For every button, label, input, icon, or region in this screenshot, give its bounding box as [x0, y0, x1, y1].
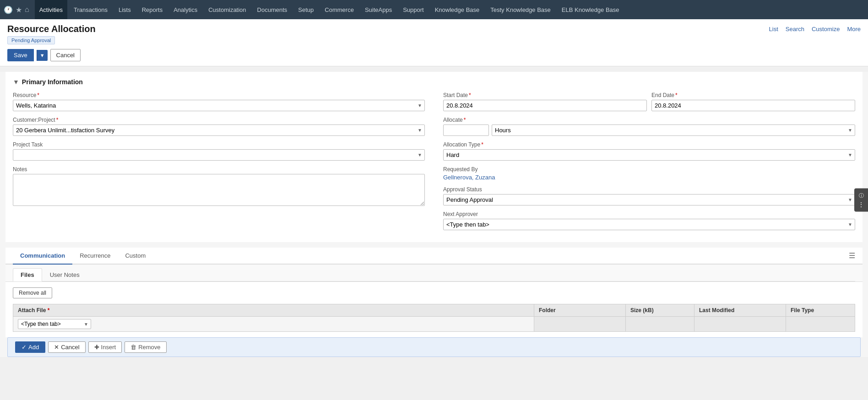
project-task-select[interactable]	[13, 149, 425, 161]
allocation-type-select[interactable]: Hard Soft	[443, 149, 855, 161]
tabs-bar: Communication Recurrence Custom ☰	[5, 248, 863, 265]
nav-item-suiteapps[interactable]: SuiteApps	[360, 0, 396, 19]
last-modified-cell	[694, 317, 786, 331]
approval-status-label: Approval Status	[443, 186, 855, 193]
remove-icon: 🗑	[130, 344, 136, 351]
add-button[interactable]: ✓ Add	[15, 341, 45, 353]
info-sidebar-button[interactable]: ⓘ ⋮	[854, 189, 868, 212]
cancel-button[interactable]: Cancel	[50, 49, 81, 61]
nav-item-support[interactable]: Support	[398, 0, 429, 19]
history-icon[interactable]: 🕐	[4, 5, 13, 14]
end-date-field: End Date*	[651, 92, 855, 111]
nav-icon-group: 🕐 ★ ⌂	[4, 5, 29, 14]
nav-item-commerce[interactable]: Commerce	[320, 0, 358, 19]
nav-item-activities[interactable]: Activities	[35, 0, 67, 19]
customer-project-label: Customer:Project*	[13, 117, 425, 123]
allocate-label: Allocate*	[443, 117, 855, 123]
more-link[interactable]: More	[847, 26, 861, 32]
search-link[interactable]: Search	[786, 26, 804, 32]
tab-recurrence[interactable]: Recurrence	[72, 248, 118, 265]
table-row: <Type then tab> ▼	[13, 317, 855, 332]
page-toolbar: Save ▼ Cancel	[7, 44, 861, 66]
sub-tab-files[interactable]: Files	[13, 268, 42, 281]
notes-label: Notes	[13, 166, 425, 173]
nav-item-analytics[interactable]: Analytics	[169, 0, 202, 19]
end-date-input[interactable]	[651, 100, 855, 111]
tab-menu-icon[interactable]: ☰	[849, 251, 855, 260]
attach-file-cell: <Type then tab> ▼	[13, 317, 534, 331]
files-content: Remove all Attach File * Folder Size (kB…	[5, 282, 863, 337]
nav-item-knowledge-base[interactable]: Knowledge Base	[430, 0, 484, 19]
bottom-action-bar: ✓ Add ✕ Cancel ✚ Insert 🗑 Remove	[7, 337, 861, 357]
end-date-label: End Date*	[651, 92, 855, 98]
allocation-type-field: Allocation Type* Hard Soft ▼	[443, 141, 855, 161]
column-folder: Folder	[534, 304, 626, 316]
cancel-x-icon: ✕	[54, 344, 59, 351]
top-navigation: 🕐 ★ ⌂ Activities Transactions Lists Repo…	[0, 0, 868, 19]
customer-project-select[interactable]: 20 Gerbera Unlimit...tisfaction Survey	[13, 124, 425, 136]
nav-item-setup[interactable]: Setup	[293, 0, 318, 19]
sub-tab-user-notes[interactable]: User Notes	[42, 268, 87, 281]
next-approver-select[interactable]: <Type then tab>	[443, 219, 855, 230]
customer-project-field: Customer:Project* 20 Gerbera Unlimit...t…	[13, 117, 425, 136]
start-date-label: Start Date*	[443, 92, 647, 98]
column-attach-file: Attach File *	[13, 304, 534, 316]
column-file-type: File Type	[786, 304, 855, 316]
save-button[interactable]: Save	[7, 49, 34, 61]
allocate-unit-select[interactable]: Hours Days %	[492, 124, 855, 136]
star-icon[interactable]: ★	[16, 5, 22, 14]
approval-status-select[interactable]: Pending Approval Approved Rejected	[443, 194, 855, 205]
list-link[interactable]: List	[769, 26, 778, 32]
tabs-section: Communication Recurrence Custom ☰ Files …	[5, 248, 863, 337]
files-table-header: Attach File * Folder Size (kB) Last Modi…	[13, 304, 855, 317]
notes-field: Notes	[13, 166, 425, 207]
project-task-label: Project Task	[13, 141, 425, 148]
cancel-row-button[interactable]: ✕ Cancel	[48, 341, 85, 353]
form-right: Start Date* End Date* Allocate*	[443, 92, 855, 236]
requested-by-value[interactable]: Gellnerova, Zuzana	[443, 174, 855, 181]
primary-info-section: ▼ Primary Information Resource* Wells, K…	[5, 72, 863, 242]
numpad-icon: ⋮	[858, 201, 864, 208]
customize-link[interactable]: Customize	[812, 26, 840, 32]
folder-cell	[534, 317, 626, 331]
tab-custom[interactable]: Custom	[118, 248, 153, 265]
nav-item-elb-knowledge-base[interactable]: ELB Knowledge Base	[557, 0, 624, 19]
remove-row-button[interactable]: 🗑 Remove	[125, 341, 166, 353]
start-date-field: Start Date*	[443, 92, 647, 111]
approval-status-field: Approval Status Pending Approval Approve…	[443, 186, 855, 205]
insert-button[interactable]: ✚ Insert	[88, 341, 122, 353]
status-badge: Pending Approval	[7, 36, 55, 44]
nav-item-testy-knowledge-base[interactable]: Testy Knowledge Base	[486, 0, 555, 19]
nav-item-transactions[interactable]: Transactions	[69, 0, 112, 19]
save-dropdown-button[interactable]: ▼	[37, 50, 48, 61]
start-date-input[interactable]	[443, 100, 647, 111]
form-left: Resource* Wells, Katarina ▼ Customer:Pro…	[13, 92, 425, 236]
home-icon[interactable]: ⌂	[25, 5, 29, 14]
allocate-input[interactable]	[443, 124, 489, 136]
requested-by-label: Requested By	[443, 166, 855, 173]
allocate-field: Allocate* Hours Days % ▼	[443, 117, 855, 136]
nav-item-customization[interactable]: Customization	[204, 0, 250, 19]
page-title: Resource Allocation	[7, 24, 96, 34]
header-actions: List Search Customize More	[769, 24, 861, 32]
notes-textarea[interactable]	[13, 174, 425, 206]
insert-icon: ✚	[94, 344, 99, 351]
resource-select[interactable]: Wells, Katarina	[13, 100, 425, 111]
sub-tabs-list: Files User Notes	[13, 268, 855, 281]
remove-all-button[interactable]: Remove all	[13, 287, 52, 298]
nav-item-reports[interactable]: Reports	[137, 0, 168, 19]
tab-communication[interactable]: Communication	[13, 248, 72, 265]
file-type-cell	[786, 317, 855, 331]
section-title: Primary Information	[22, 78, 83, 86]
resource-label: Resource*	[13, 92, 425, 98]
nav-item-lists[interactable]: Lists	[114, 0, 136, 19]
nav-item-documents[interactable]: Documents	[253, 0, 292, 19]
info-icon: ⓘ	[859, 192, 864, 199]
next-approver-label: Next Approver	[443, 211, 855, 217]
requested-by-field: Requested By Gellnerova, Zuzana	[443, 166, 855, 181]
attach-file-select[interactable]: <Type then tab>	[18, 319, 91, 329]
project-task-field: Project Task ▼	[13, 141, 425, 161]
section-toggle-icon[interactable]: ▼	[13, 78, 19, 86]
page-header: Resource Allocation Pending Approval Lis…	[0, 19, 868, 66]
checkmark-icon: ✓	[22, 344, 27, 351]
